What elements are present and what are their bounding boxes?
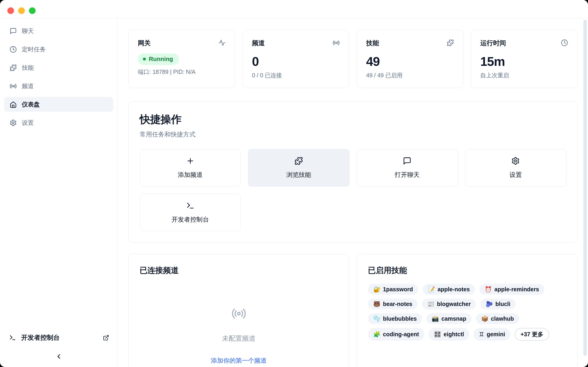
sidebar: 聊天 定时任务 技能 频道 仪表盘 设置 — [0, 19, 118, 367]
sidebar-collapse-row — [0, 345, 117, 367]
add-first-channel-link[interactable]: 添加你的第一个频道 — [211, 357, 267, 365]
sidebar-item-label: 设置 — [22, 119, 34, 127]
skill-chip[interactable]: ♊gemini — [474, 328, 510, 341]
external-link-icon[interactable] — [103, 335, 109, 341]
stat-title: 技能 — [366, 39, 379, 48]
status-badge: Running — [138, 53, 179, 65]
clock-icon — [561, 39, 568, 46]
skill-chip[interactable]: 📝apple-notes — [423, 284, 475, 295]
sidebar-item-skills[interactable]: 技能 — [4, 60, 113, 75]
stat-subtext: 端口: 18789 | PID: N/A — [138, 68, 225, 76]
gear-icon — [10, 119, 17, 126]
bubbles-emoji-icon: 🫧 — [373, 316, 380, 322]
stat-card-gateway: 网关 Running 端口: 18789 | PID: N/A — [128, 30, 235, 88]
skill-chip[interactable]: 🫐blucli — [480, 299, 516, 309]
chat-icon — [10, 27, 17, 35]
sidebar-item-cron[interactable]: 定时任务 — [4, 42, 113, 57]
enabled-skills-panel: 已启用技能 🔐1password 📝apple-notes ⏰apple-rem… — [357, 254, 578, 367]
home-icon — [10, 101, 17, 108]
settings-button[interactable]: 设置 — [465, 149, 566, 186]
puzzle-icon — [447, 39, 454, 46]
sidebar-item-label: 技能 — [22, 64, 34, 72]
collapse-sidebar-icon[interactable] — [55, 353, 62, 360]
skill-name: eightctl — [443, 331, 464, 338]
skill-chip[interactable]: ⏰apple-reminders — [479, 284, 544, 295]
button-label: 打开聊天 — [395, 171, 420, 179]
skill-chip[interactable]: 📰blogwatcher — [422, 299, 476, 309]
sidebar-item-settings[interactable]: 设置 — [4, 115, 113, 130]
package-emoji-icon: 📦 — [481, 316, 488, 322]
button-label: 浏览技能 — [286, 171, 311, 179]
scrollbar-thumb[interactable] — [583, 20, 587, 356]
developer-console-button[interactable]: 开发者控制台 — [140, 194, 241, 231]
connected-channels-panel: 已连接频道 未配置频道 添加你的第一个频道 — [128, 254, 349, 367]
camera-emoji-icon: 📸 — [432, 316, 439, 322]
quick-actions-title: 快捷操作 — [140, 112, 566, 127]
stat-card-uptime: 运行时间 15m 自上次重启 — [471, 30, 578, 88]
puzzle-emoji-icon: 🧩 — [373, 332, 380, 337]
clock-icon — [10, 46, 17, 53]
bottom-panels: 已连接频道 未配置频道 添加你的第一个频道 已启用技能 🔐1password 📝… — [128, 254, 578, 367]
stat-title: 网关 — [138, 39, 151, 48]
skill-name: apple-reminders — [494, 286, 539, 293]
skill-name: 1password — [383, 286, 413, 293]
skill-name: coding-agent — [383, 331, 419, 338]
stat-value: 15m — [480, 55, 568, 68]
minimize-button[interactable] — [18, 7, 25, 14]
skill-chip[interactable]: 🧩coding-agent — [368, 328, 424, 341]
button-label: 设置 — [510, 171, 522, 179]
sidebar-footer: 开发者控制台 — [0, 330, 117, 345]
skill-chip[interactable]: 📦clawhub — [476, 313, 519, 324]
quick-actions-card: 快捷操作 常用任务和快捷方式 添加频道 浏览技能 打开聊天 设置 — [128, 101, 578, 242]
skill-chip[interactable]: 📸camsnap — [426, 313, 472, 324]
stat-subtext: 自上次重启 — [480, 72, 568, 79]
broadcast-icon — [333, 39, 340, 46]
broadcast-icon — [10, 83, 17, 90]
button-label: 开发者控制台 — [172, 215, 209, 224]
add-channel-button[interactable]: 添加频道 — [140, 149, 241, 186]
close-button[interactable] — [7, 7, 14, 14]
connected-channels-title: 已连接频道 — [140, 265, 338, 276]
sidebar-item-dashboard[interactable]: 仪表盘 — [4, 97, 113, 112]
sidebar-spacer — [0, 130, 117, 330]
stat-value: 0 — [252, 55, 340, 68]
channels-empty-state: 未配置频道 添加你的第一个频道 — [140, 306, 338, 365]
status-dot — [143, 58, 146, 60]
gemini-emoji-icon: ♊ — [479, 332, 484, 337]
status-text: Running — [149, 56, 173, 63]
stat-subtext: 49 / 49 已启用 — [366, 72, 454, 79]
skill-name: camsnap — [441, 315, 466, 322]
quick-actions-grid: 添加频道 浏览技能 打开聊天 设置 开发者控制台 — [140, 149, 566, 231]
skills-chip-list: 🔐1password 📝apple-notes ⏰apple-reminders… — [368, 284, 559, 341]
sidebar-item-label: 仪表盘 — [22, 100, 40, 108]
developer-console-row[interactable]: 开发者控制台 — [9, 330, 109, 345]
stat-card-channels: 频道 0 0 / 0 已连接 — [242, 30, 349, 88]
skill-chip[interactable]: 🎛️eightctl — [429, 328, 469, 341]
developer-console-label: 开发者控制台 — [21, 333, 103, 342]
stat-value: 49 — [366, 55, 454, 68]
sidebar-item-channels[interactable]: 频道 — [4, 79, 113, 93]
skill-name: gemini — [487, 331, 505, 338]
skill-chip[interactable]: 🫧bluebubbles — [368, 313, 422, 324]
lock-emoji-icon: 🔐 — [373, 286, 380, 292]
skill-name: blogwatcher — [437, 301, 471, 307]
skill-chip[interactable]: 🐻bear-notes — [368, 299, 418, 309]
sidebar-item-label: 频道 — [22, 82, 34, 90]
more-skills-chip[interactable]: +37 更多 — [515, 328, 549, 341]
sidebar-item-chat[interactable]: 聊天 — [4, 24, 113, 38]
zoom-button[interactable] — [29, 7, 36, 14]
browse-skills-button[interactable]: 浏览技能 — [248, 149, 349, 186]
alarm-emoji-icon: ⏰ — [485, 286, 492, 292]
stats-row: 网关 Running 端口: 18789 | PID: N/A 频道 0 0 /… — [128, 30, 578, 88]
bear-emoji-icon: 🐻 — [373, 301, 380, 307]
skill-name: bluebubbles — [383, 315, 417, 322]
button-label: 添加频道 — [178, 171, 203, 179]
sidebar-item-label: 定时任务 — [22, 45, 46, 53]
terminal-icon — [186, 201, 195, 210]
skill-name: bear-notes — [383, 301, 412, 307]
open-chat-button[interactable]: 打开聊天 — [357, 149, 458, 186]
skill-chip[interactable]: 🔐1password — [368, 284, 418, 295]
sidebar-item-label: 聊天 — [22, 27, 34, 35]
broadcast-icon — [231, 306, 246, 321]
app-window: 聊天 定时任务 技能 频道 仪表盘 设置 — [0, 0, 588, 367]
